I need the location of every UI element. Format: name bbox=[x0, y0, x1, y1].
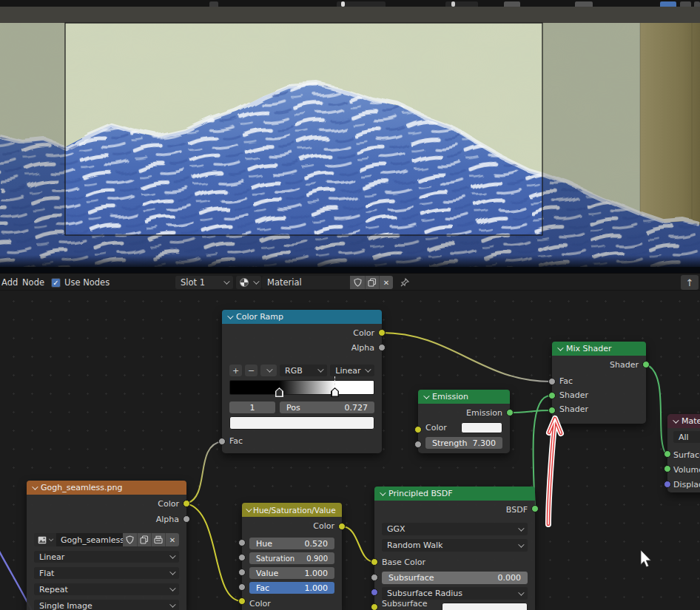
socket-fac-input[interactable] bbox=[548, 378, 556, 385]
color-mode-dropdown[interactable]: RGB bbox=[280, 365, 327, 376]
3d-viewport-camera-preview[interactable] bbox=[0, 7, 700, 273]
position-field[interactable]: Pos 0.727 bbox=[280, 401, 374, 413]
socket-volume-input[interactable] bbox=[664, 465, 671, 472]
socket-alpha-output[interactable] bbox=[183, 515, 190, 523]
pin-toggle[interactable] bbox=[400, 274, 410, 291]
interpolation-dropdown[interactable]: Linear bbox=[330, 365, 374, 376]
input-shader1-label: Shader bbox=[559, 390, 588, 400]
socket-color-output[interactable] bbox=[183, 500, 190, 507]
socket-color-input[interactable] bbox=[238, 597, 246, 605]
emission-color-swatch[interactable] bbox=[461, 422, 502, 433]
subsurface-field[interactable]: Subsurface 0.000 bbox=[382, 572, 528, 584]
input-displacement-label: Displacement bbox=[673, 480, 700, 489]
slot-dropdown[interactable]: Slot 1 bbox=[175, 276, 233, 289]
socket-shader-output[interactable] bbox=[642, 361, 650, 368]
image-datablock-name[interactable]: Gogh_seamless.... bbox=[56, 533, 123, 546]
node-mix-shader[interactable]: Mix Shader Shader Fac Shader Shader bbox=[552, 342, 646, 424]
socket-color-output[interactable] bbox=[378, 329, 386, 336]
socket-subsurface-radius-input[interactable] bbox=[371, 589, 378, 596]
output-target-dropdown[interactable]: All bbox=[673, 431, 700, 443]
subsurface-color-swatch[interactable] bbox=[442, 603, 528, 610]
socket-subsurface-input[interactable] bbox=[371, 574, 378, 581]
socket-shader1-input[interactable] bbox=[548, 392, 556, 399]
stop-color-swatch[interactable] bbox=[229, 416, 374, 430]
material-name-field[interactable]: Material bbox=[262, 276, 350, 289]
remove-stop-button[interactable]: − bbox=[245, 365, 258, 376]
node-material-output[interactable]: Material Output All Surface Volume Displ… bbox=[667, 414, 700, 492]
value-field[interactable]: Value 1.000 bbox=[249, 567, 334, 579]
minus-icon: − bbox=[248, 366, 255, 376]
socket-displacement-input[interactable] bbox=[664, 481, 671, 488]
copy-image-button[interactable] bbox=[137, 533, 151, 546]
chevron-down-icon bbox=[253, 278, 259, 284]
socket-color-output[interactable] bbox=[338, 523, 346, 530]
image-name-text: Gogh_seamless.... bbox=[61, 535, 123, 545]
socket-color-input[interactable] bbox=[414, 426, 422, 433]
fake-user-button[interactable] bbox=[123, 533, 137, 546]
hue-value: 0.520 bbox=[305, 539, 329, 549]
collapse-chevron-icon bbox=[557, 345, 563, 350]
fake-user-button[interactable] bbox=[350, 276, 365, 289]
saturation-field[interactable]: Saturation 0.900 bbox=[249, 552, 334, 564]
source-dropdown[interactable]: Single Image bbox=[34, 600, 179, 610]
socket-fac-input[interactable] bbox=[238, 583, 246, 591]
node-color-ramp[interactable]: Color Ramp Color Alpha + − RGB Linear 1 bbox=[222, 310, 382, 453]
ramp-options-button[interactable] bbox=[260, 365, 277, 376]
socket-base-color-input[interactable] bbox=[371, 558, 378, 566]
node-emission[interactable]: Emission Emission Color Strength 7.300 bbox=[418, 390, 510, 453]
fac-field-active[interactable]: Fac 1.000 bbox=[249, 582, 334, 594]
close-icon: ✕ bbox=[169, 536, 175, 544]
pack-icon bbox=[154, 535, 163, 544]
node-mix-shader-header[interactable]: Mix Shader bbox=[552, 342, 646, 356]
node-principled-header[interactable]: Principled BSDF bbox=[374, 487, 535, 501]
use-nodes-checkbox[interactable]: ✓ bbox=[51, 274, 61, 291]
output-shader-label: Shader bbox=[610, 360, 639, 370]
hue-label: Hue bbox=[256, 539, 272, 549]
copy-icon bbox=[368, 278, 377, 287]
extension-dropdown[interactable]: Repeat bbox=[34, 583, 179, 595]
socket-shader2-input[interactable] bbox=[548, 407, 556, 414]
ramp-handle-0[interactable] bbox=[275, 387, 283, 397]
node-material-output-header[interactable]: Material Output bbox=[667, 414, 700, 428]
unlink-image-button[interactable]: ✕ bbox=[165, 533, 179, 546]
subsurface-method-dropdown[interactable]: Random Walk bbox=[382, 539, 528, 552]
browse-material-dropdown[interactable] bbox=[236, 276, 261, 289]
socket-value-input[interactable] bbox=[238, 569, 246, 576]
socket-emission-output[interactable] bbox=[506, 409, 514, 416]
subsurface-radius-dropdown[interactable]: Subsurface Radius bbox=[382, 587, 528, 600]
strength-field[interactable]: Strength 7.300 bbox=[425, 437, 502, 449]
back-to-previous-button[interactable]: ↑ bbox=[681, 275, 699, 290]
node-hsv-header[interactable]: Hue/Saturation/Value bbox=[242, 503, 342, 517]
socket-fac-input[interactable] bbox=[218, 438, 226, 445]
node-image-texture[interactable]: Gogh_seamless.png Color Alpha Gogh_seaml… bbox=[27, 481, 186, 610]
projection-dropdown[interactable]: Flat bbox=[34, 567, 179, 579]
unlink-material-button[interactable]: ✕ bbox=[379, 276, 393, 289]
interpolation-dropdown[interactable]: Linear bbox=[34, 551, 179, 563]
browse-image-button[interactable] bbox=[34, 533, 56, 546]
color-ramp-gradient[interactable] bbox=[229, 380, 374, 395]
menu-node[interactable]: Node bbox=[22, 274, 44, 291]
node-image-header[interactable]: Gogh_seamless.png bbox=[27, 481, 186, 495]
pack-image-button[interactable] bbox=[151, 533, 165, 546]
node-hsv[interactable]: Hue/Saturation/Value Color Hue 0.520 Sat… bbox=[242, 503, 342, 610]
socket-hue-input[interactable] bbox=[238, 539, 246, 546]
copy-material-button[interactable] bbox=[365, 276, 379, 289]
use-nodes[interactable]: Use Nodes bbox=[64, 274, 110, 291]
menu-add[interactable]: Add bbox=[1, 274, 18, 291]
node-emission-header[interactable]: Emission bbox=[418, 390, 510, 404]
socket-bsdf-output[interactable] bbox=[531, 505, 539, 512]
hue-field[interactable]: Hue 0.520 bbox=[249, 538, 334, 549]
socket-alpha-output[interactable] bbox=[378, 344, 386, 351]
ramp-handle-1-selected[interactable] bbox=[331, 387, 339, 397]
socket-subsurface-color-input[interactable] bbox=[371, 603, 378, 610]
active-index-field[interactable]: 1 bbox=[229, 401, 275, 413]
node-color-ramp-header[interactable]: Color Ramp bbox=[222, 310, 382, 324]
socket-strength-input[interactable] bbox=[414, 441, 422, 448]
socket-surface-input[interactable] bbox=[664, 450, 671, 458]
output-alpha-label: Alpha bbox=[351, 343, 374, 353]
add-stop-button[interactable]: + bbox=[229, 365, 242, 376]
socket-saturation-input[interactable] bbox=[238, 554, 246, 561]
distribution-dropdown[interactable]: GGX bbox=[382, 523, 528, 535]
fac-label: Fac bbox=[256, 583, 269, 593]
node-principled-bsdf[interactable]: Principled BSDF BSDF GGX Random Walk Bas… bbox=[374, 487, 535, 610]
